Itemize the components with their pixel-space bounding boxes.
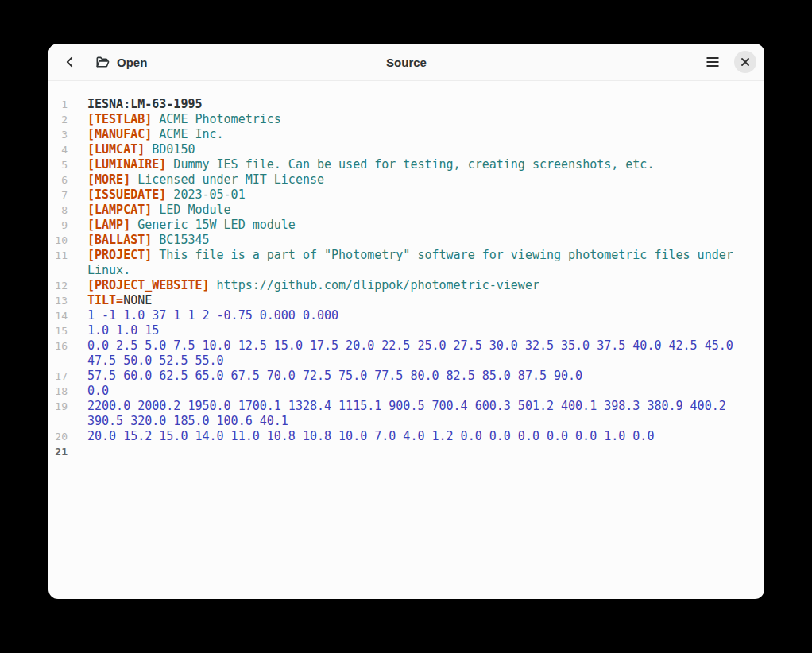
code-text: 57.5 60.0 62.5 65.0 67.5 70.0 72.5 75.0 … [87,369,582,384]
code-segment: 2200.0 2000.2 1950.0 1700.1 1328.4 1115.… [87,399,726,413]
code-line: 8[LAMPCAT] LED Module [53,203,756,218]
code-line: 390.5 320.0 185.0 100.6 40.1 [53,414,756,429]
line-number: 15 [53,323,68,338]
line-number: 10 [53,233,68,248]
code-segment: [BALLAST] [87,233,152,247]
code-segment: LED Module [152,203,230,217]
code-line: 7[ISSUEDATE] 2023-05-01 [53,187,756,203]
code-line: 10[BALLAST] BC15345 [53,233,756,248]
code-text: [BALLAST] BC15345 [87,233,210,248]
code-segment: Generic 15W LED module [130,218,296,232]
code-line: 3[MANUFAC] ACME Inc. [53,127,756,142]
code-line: 6[MORE] Licensed under MIT License [53,172,756,187]
code-segment: This file is a part of "Photometry" soft… [152,248,733,262]
line-number: 9 [53,218,68,233]
code-text: [PROJECT] This file is a part of "Photom… [87,248,733,263]
code-segment: [LAMPCAT] [87,203,152,217]
line-number [53,263,68,278]
code-line: 13TILT=NONE [53,293,756,308]
code-text: 0.0 [87,384,109,399]
code-text: [PROJECT_WEBSITE] https://github.com/dli… [87,278,539,293]
code-segment: [PROJECT_WEBSITE] [87,278,210,292]
code-line: 1IESNA:LM-63-1995 [53,97,756,112]
code-segment: ACME Photometrics [152,112,281,126]
code-segment: 2023-05-01 [166,187,245,202]
code-segment: IESNA:LM-63-1995 [87,97,203,111]
line-number: 12 [53,278,68,293]
code-segment: Licensed under MIT License [130,172,324,187]
line-number: 5 [53,157,68,172]
line-number: 17 [53,369,68,384]
code-line: 5[LUMINAIRE] Dummy IES file. Can be used… [53,157,756,172]
code-text: [LAMP] Generic 15W LED module [87,218,296,233]
code-segment: [TESTLAB] [87,112,152,126]
code-text: 1 -1 1.0 37 1 1 2 -0.75 0.000 0.000 [87,308,338,323]
code-line: 141 -1 1.0 37 1 1 2 -0.75 0.000 0.000 [53,308,756,323]
code-text: 390.5 320.0 185.0 100.6 40.1 [87,414,288,429]
code-line: 12[PROJECT_WEBSITE] https://github.com/d… [53,278,756,293]
code-segment: [LUMCAT] [87,142,145,156]
code-segment: [LUMINAIRE] [87,157,166,172]
code-line: 21 [53,444,756,459]
headerbar: Open Source [48,44,764,81]
code-line: 160.0 2.5 5.0 7.5 10.0 12.5 15.0 17.5 20… [53,338,756,354]
code-segment: 390.5 320.0 185.0 100.6 40.1 [87,414,288,428]
line-number: 11 [53,248,68,263]
window-title: Source [48,44,764,80]
code-segment: [PROJECT] [87,248,152,262]
open-button-label: Open [117,56,147,69]
open-button[interactable]: Open [88,48,155,75]
line-number: 3 [53,127,68,142]
code-segment: BD0150 [145,142,195,156]
code-text: 20.0 15.2 15.0 14.0 11.0 10.8 10.8 10.0 … [87,429,654,444]
app-window: Open Source 1IESNA:LM-63-19952[TESTLAB] … [48,44,764,599]
line-number: 4 [53,142,68,157]
line-number: 19 [53,399,68,414]
menu-button[interactable] [699,48,726,75]
code-text: 0.0 2.5 5.0 7.5 10.0 12.5 15.0 17.5 20.0… [87,338,733,354]
chevron-left-icon [64,56,76,68]
code-segment: [MANUFAC] [87,127,152,141]
code-segment: NONE [123,293,152,307]
line-number: 13 [53,293,68,308]
code-segment: 20.0 15.2 15.0 14.0 11.0 10.8 10.8 10.0 … [87,429,654,443]
code-segment: BC15345 [152,233,209,247]
code-segment: TILT= [87,293,123,307]
code-text: [LUMCAT] BD0150 [87,142,195,157]
code-text: 47.5 50.0 52.5 55.0 [87,354,224,369]
line-number [53,354,68,369]
line-number: 20 [53,429,68,444]
line-number: 1 [53,97,68,112]
code-line: 11[PROJECT] This file is a part of "Phot… [53,248,756,263]
code-segment: 0.0 2.5 5.0 7.5 10.0 12.5 15.0 17.5 20.0… [87,338,733,353]
code-line: 47.5 50.0 52.5 55.0 [53,354,756,369]
code-segment: 0.0 [87,384,109,398]
code-segment: ACME Inc. [152,127,223,141]
code-segment: 47.5 50.0 52.5 55.0 [87,354,224,368]
code-segment: 1 -1 1.0 37 1 1 2 -0.75 0.000 0.000 [87,308,338,323]
code-text: 1.0 1.0 15 [87,323,159,338]
code-segment: Linux. [87,263,130,277]
code-line: 192200.0 2000.2 1950.0 1700.1 1328.4 111… [53,399,756,414]
code-text: [ISSUEDATE] 2023-05-01 [87,187,246,203]
code-line: Linux. [53,263,756,278]
code-line: 2020.0 15.2 15.0 14.0 11.0 10.8 10.8 10.… [53,429,756,444]
code-text: [MANUFAC] ACME Inc. [87,127,224,142]
code-segment: Dummy IES file. Can be used for testing,… [166,157,654,172]
line-number: 7 [53,187,68,203]
code-text: [MORE] Licensed under MIT License [87,172,324,187]
code-text: IESNA:LM-63-1995 [87,97,203,112]
source-view[interactable]: 1IESNA:LM-63-19952[TESTLAB] ACME Photome… [48,81,764,459]
line-number: 6 [53,172,68,187]
code-segment: 57.5 60.0 62.5 65.0 67.5 70.0 72.5 75.0 … [87,369,582,383]
back-button[interactable] [56,48,83,75]
close-button[interactable] [734,51,756,73]
line-number: 16 [53,338,68,354]
line-number: 2 [53,112,68,127]
code-line: 180.0 [53,384,756,399]
code-line: 9[LAMP] Generic 15W LED module [53,218,756,233]
line-number: 14 [53,308,68,323]
folder-open-icon [96,56,110,68]
line-number: 21 [53,444,68,459]
code-text: Linux. [87,263,130,278]
